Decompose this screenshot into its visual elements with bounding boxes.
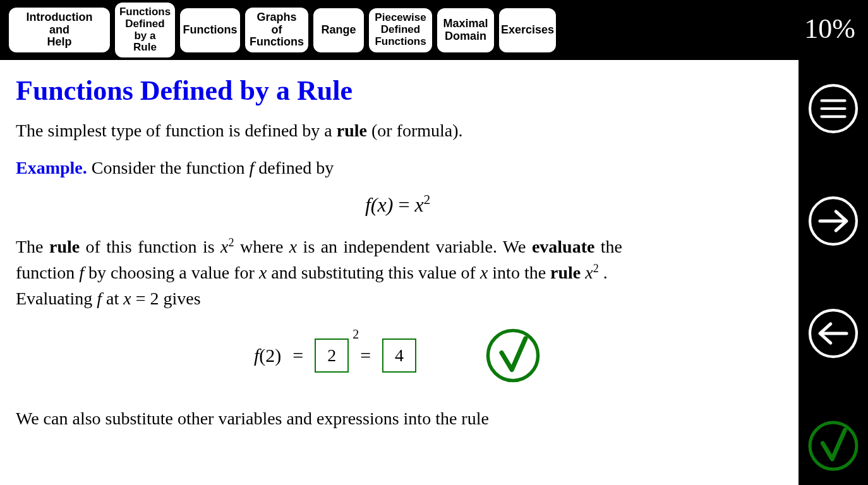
nav-tab-piecewise[interactable]: Piecewise Defined Functions	[369, 8, 432, 52]
paragraph-rule-explain: The rule of this function is x2 where x …	[16, 234, 622, 311]
right-sidebar	[799, 60, 868, 485]
eq-x: x	[414, 193, 423, 216]
next-arrow-icon[interactable]	[807, 195, 860, 248]
p2g: by choosing a value for	[84, 263, 259, 282]
example-line: Example. Consider the function f defined…	[16, 155, 622, 181]
p2i: into the	[488, 263, 550, 282]
p2-rule: rule	[49, 237, 80, 256]
p3-x: x	[123, 289, 131, 308]
p2-x: x	[289, 237, 297, 256]
example-def: defined by	[254, 158, 334, 177]
p2a: The	[16, 237, 49, 256]
svg-point-0	[488, 331, 538, 381]
eq-exp2: 2	[424, 192, 430, 207]
p2k: .	[599, 263, 608, 282]
correct-check-icon	[485, 327, 541, 384]
eq-paren-x: (x)	[371, 193, 394, 216]
svg-point-9	[810, 422, 857, 469]
p3-f: f	[97, 289, 102, 308]
example-label: Example.	[16, 158, 87, 177]
p3c: = 2 gives	[131, 289, 201, 308]
prev-arrow-icon[interactable]	[807, 307, 860, 360]
top-nav-bar: Introduction and Help Functions Defined …	[0, 0, 868, 60]
nav-tab-functions-rule[interactable]: Functions Defined by a Rule	[115, 3, 175, 57]
p2h: and substituting this value of	[267, 263, 480, 282]
page-title: Functions Defined by a Rule	[16, 75, 780, 107]
example-text: Consider the function	[87, 158, 250, 177]
intro-post: (or formula).	[367, 121, 463, 140]
eq-equals: =	[393, 193, 414, 216]
nav-tab-functions[interactable]: Functions	[180, 8, 240, 52]
ans-box1-wrap: 2 2	[315, 338, 349, 373]
p2-eval: evaluate	[532, 237, 595, 256]
nav-tab-graphs[interactable]: Graphs of Functions	[245, 8, 308, 52]
p3b: at	[102, 289, 123, 308]
nav-tab-exercises[interactable]: Exercises	[499, 8, 556, 52]
p2-je: 2	[593, 262, 599, 275]
p2b: of this function is	[80, 237, 220, 256]
content-area: Functions Defined by a Rule The simplest…	[0, 60, 799, 485]
intro-bold-rule: rule	[337, 121, 367, 140]
submit-check-icon[interactable]	[807, 419, 860, 472]
intro-paragraph: The simplest type of function is defined…	[16, 118, 622, 144]
p2-xv2: x	[259, 263, 267, 282]
p2c: where	[234, 237, 289, 256]
menu-icon[interactable]	[807, 82, 860, 135]
p2-f: f	[79, 263, 84, 282]
ans-eq2: =	[360, 345, 371, 366]
eq-f: f	[365, 193, 371, 216]
p2-rule2: rule	[550, 263, 581, 282]
equation-fx-x2: f(x) = x2	[16, 192, 780, 217]
p2-x2e: 2	[228, 236, 234, 249]
nav-tab-maximal-domain[interactable]: Maximal Domain	[437, 8, 494, 52]
paragraph-continue: We can also substitute other variables a…	[16, 406, 622, 432]
ans-f: f(2)	[254, 345, 281, 366]
intro-pre: The simplest type of function is defined…	[16, 121, 337, 140]
ans-eq1: =	[292, 345, 303, 366]
p2-jb: x	[585, 263, 593, 282]
ans-box1-exp: 2	[353, 327, 359, 342]
answer-input-1[interactable]: 2	[315, 338, 349, 373]
p3a: Evaluating	[16, 289, 97, 308]
nav-tab-intro-help[interactable]: Introduction and Help	[9, 8, 110, 52]
progress-percent: 10%	[804, 13, 855, 45]
answer-row: f(2) = 2 2 = 4	[16, 327, 780, 384]
p2-x2b: x	[220, 237, 228, 256]
p2d: is an independent variable. We	[297, 237, 532, 256]
answer-input-2[interactable]: 4	[382, 338, 416, 373]
nav-tab-range[interactable]: Range	[313, 8, 364, 52]
p2-xv3: x	[480, 263, 488, 282]
